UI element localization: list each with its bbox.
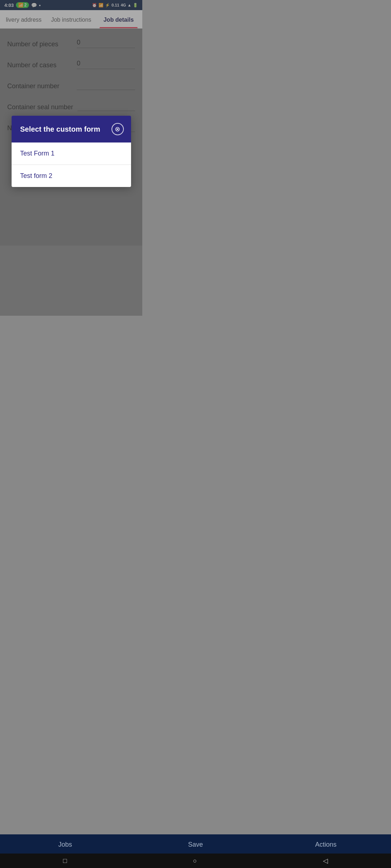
dialog-option-1[interactable]: Test Form 1 bbox=[12, 142, 131, 165]
dialog-close-button[interactable]: ⊗ bbox=[112, 123, 124, 135]
dialog-title: Select the custom form bbox=[20, 125, 100, 133]
dialog-overlay: Select the custom form ⊗ Test Form 1 Tes… bbox=[0, 0, 142, 316]
main-content: Number of pieces Number of cases Contain… bbox=[0, 29, 142, 246]
close-icon: ⊗ bbox=[115, 125, 120, 133]
dialog-header: Select the custom form ⊗ bbox=[12, 116, 131, 142]
dialog-option-2[interactable]: Test form 2 bbox=[12, 165, 131, 187]
custom-form-dialog: Select the custom form ⊗ Test Form 1 Tes… bbox=[12, 116, 131, 187]
dialog-body: Test Form 1 Test form 2 bbox=[12, 142, 131, 187]
